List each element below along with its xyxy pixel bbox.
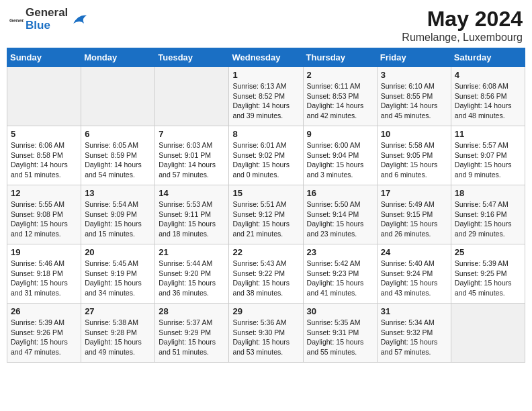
col-wednesday: Wednesday	[229, 48, 303, 67]
day-info: Sunrise: 5:43 AM Sunset: 9:22 PM Dayligh…	[232, 259, 299, 298]
col-saturday: Saturday	[451, 48, 525, 67]
col-sunday: Sunday	[7, 48, 81, 67]
calendar-cell: 23Sunrise: 5:42 AM Sunset: 9:23 PM Dayli…	[303, 244, 377, 304]
calendar-cell: 30Sunrise: 5:35 AM Sunset: 9:31 PM Dayli…	[303, 304, 377, 363]
calendar-cell: 11Sunrise: 5:57 AM Sunset: 9:07 PM Dayli…	[451, 126, 525, 185]
day-info: Sunrise: 6:10 AM Sunset: 8:55 PM Dayligh…	[381, 81, 447, 121]
day-info: Sunrise: 5:49 AM Sunset: 9:15 PM Dayligh…	[381, 199, 447, 239]
logo: General General Blue	[9, 7, 88, 32]
calendar-week-1: 1Sunrise: 6:13 AM Sunset: 8:52 PM Daylig…	[7, 67, 525, 126]
day-number: 29	[232, 306, 299, 316]
calendar-cell: 15Sunrise: 5:51 AM Sunset: 9:12 PM Dayli…	[229, 185, 303, 244]
calendar-cell: 2Sunrise: 6:11 AM Sunset: 8:53 PM Daylig…	[303, 67, 377, 126]
calendar-week-3: 12Sunrise: 5:55 AM Sunset: 9:08 PM Dayli…	[7, 185, 525, 244]
day-number: 14	[159, 188, 225, 198]
day-info: Sunrise: 6:03 AM Sunset: 9:01 PM Dayligh…	[159, 140, 225, 180]
calendar-cell: 7Sunrise: 6:03 AM Sunset: 9:01 PM Daylig…	[155, 126, 229, 185]
day-number: 11	[455, 129, 521, 139]
calendar-cell	[155, 67, 229, 126]
col-friday: Friday	[377, 48, 451, 67]
day-number: 12	[11, 188, 77, 198]
logo-general: General	[26, 7, 68, 19]
calendar-cell: 21Sunrise: 5:44 AM Sunset: 9:20 PM Dayli…	[155, 244, 229, 304]
day-number: 15	[232, 188, 299, 198]
calendar-cell	[7, 67, 81, 126]
calendar-cell: 10Sunrise: 5:58 AM Sunset: 9:05 PM Dayli…	[377, 126, 451, 185]
calendar-cell: 6Sunrise: 6:05 AM Sunset: 8:59 PM Daylig…	[81, 126, 155, 185]
day-info: Sunrise: 5:37 AM Sunset: 9:29 PM Dayligh…	[159, 318, 225, 357]
day-number: 28	[159, 306, 225, 316]
calendar-cell: 4Sunrise: 6:08 AM Sunset: 8:56 PM Daylig…	[451, 67, 525, 126]
calendar-week-2: 5Sunrise: 6:06 AM Sunset: 8:58 PM Daylig…	[7, 126, 525, 185]
calendar-cell: 25Sunrise: 5:39 AM Sunset: 9:25 PM Dayli…	[451, 244, 525, 304]
day-info: Sunrise: 5:34 AM Sunset: 9:32 PM Dayligh…	[381, 318, 447, 357]
day-info: Sunrise: 6:11 AM Sunset: 8:53 PM Dayligh…	[307, 81, 373, 121]
calendar-cell: 27Sunrise: 5:38 AM Sunset: 9:28 PM Dayli…	[81, 304, 155, 363]
calendar-cell: 31Sunrise: 5:34 AM Sunset: 9:32 PM Dayli…	[377, 304, 451, 363]
calendar-week-5: 26Sunrise: 5:39 AM Sunset: 9:26 PM Dayli…	[7, 304, 525, 363]
day-number: 26	[11, 306, 77, 316]
calendar-cell: 17Sunrise: 5:49 AM Sunset: 9:15 PM Dayli…	[377, 185, 451, 244]
calendar-cell: 20Sunrise: 5:45 AM Sunset: 9:19 PM Dayli…	[81, 244, 155, 304]
day-info: Sunrise: 6:13 AM Sunset: 8:52 PM Dayligh…	[232, 81, 299, 121]
day-number: 7	[159, 129, 225, 139]
calendar-cell: 13Sunrise: 5:54 AM Sunset: 9:09 PM Dayli…	[81, 185, 155, 244]
day-number: 10	[381, 129, 447, 139]
day-info: Sunrise: 6:08 AM Sunset: 8:56 PM Dayligh…	[455, 81, 521, 121]
calendar-header: Sunday Monday Tuesday Wednesday Thursday…	[7, 48, 525, 67]
day-number: 17	[381, 188, 447, 198]
day-number: 23	[307, 247, 373, 257]
day-number: 13	[85, 188, 151, 198]
day-info: Sunrise: 5:39 AM Sunset: 9:26 PM Dayligh…	[11, 318, 77, 357]
calendar-cell: 29Sunrise: 5:36 AM Sunset: 9:30 PM Dayli…	[229, 304, 303, 363]
calendar-cell: 26Sunrise: 5:39 AM Sunset: 9:26 PM Dayli…	[7, 304, 81, 363]
calendar-cell	[81, 67, 155, 126]
day-info: Sunrise: 5:39 AM Sunset: 9:25 PM Dayligh…	[455, 259, 521, 298]
day-info: Sunrise: 5:42 AM Sunset: 9:23 PM Dayligh…	[307, 259, 373, 298]
calendar-table: Sunday Monday Tuesday Wednesday Thursday…	[7, 48, 525, 363]
col-thursday: Thursday	[303, 48, 377, 67]
day-info: Sunrise: 5:58 AM Sunset: 9:05 PM Dayligh…	[381, 140, 447, 180]
calendar-cell: 8Sunrise: 6:01 AM Sunset: 9:02 PM Daylig…	[229, 126, 303, 185]
day-info: Sunrise: 5:47 AM Sunset: 9:16 PM Dayligh…	[455, 199, 521, 239]
day-info: Sunrise: 5:46 AM Sunset: 9:18 PM Dayligh…	[11, 259, 77, 298]
calendar-cell: 24Sunrise: 5:40 AM Sunset: 9:24 PM Dayli…	[377, 244, 451, 304]
day-info: Sunrise: 5:38 AM Sunset: 9:28 PM Dayligh…	[85, 318, 151, 357]
calendar-cell: 5Sunrise: 6:06 AM Sunset: 8:58 PM Daylig…	[7, 126, 81, 185]
day-number: 5	[11, 129, 77, 139]
calendar-cell: 1Sunrise: 6:13 AM Sunset: 8:52 PM Daylig…	[229, 67, 303, 126]
calendar-cell: 14Sunrise: 5:53 AM Sunset: 9:11 PM Dayli…	[155, 185, 229, 244]
svg-text:General: General	[9, 17, 24, 23]
day-info: Sunrise: 5:51 AM Sunset: 9:12 PM Dayligh…	[232, 199, 299, 239]
day-number: 3	[381, 70, 447, 80]
logo-bird-icon	[69, 10, 88, 29]
day-number: 16	[307, 188, 373, 198]
header-row: Sunday Monday Tuesday Wednesday Thursday…	[7, 48, 525, 67]
day-info: Sunrise: 6:05 AM Sunset: 8:59 PM Dayligh…	[85, 140, 151, 180]
day-info: Sunrise: 6:06 AM Sunset: 8:58 PM Dayligh…	[11, 140, 77, 180]
day-info: Sunrise: 5:55 AM Sunset: 9:08 PM Dayligh…	[11, 199, 77, 239]
calendar-body: 1Sunrise: 6:13 AM Sunset: 8:52 PM Daylig…	[7, 67, 525, 363]
calendar-cell: 9Sunrise: 6:00 AM Sunset: 9:04 PM Daylig…	[303, 126, 377, 185]
calendar-title: May 2024	[402, 7, 523, 32]
calendar-cell: 28Sunrise: 5:37 AM Sunset: 9:29 PM Dayli…	[155, 304, 229, 363]
day-info: Sunrise: 5:57 AM Sunset: 9:07 PM Dayligh…	[455, 140, 521, 180]
logo-icon: General	[9, 12, 24, 27]
day-info: Sunrise: 5:36 AM Sunset: 9:30 PM Dayligh…	[232, 318, 299, 357]
calendar-cell: 3Sunrise: 6:10 AM Sunset: 8:55 PM Daylig…	[377, 67, 451, 126]
calendar-cell: 12Sunrise: 5:55 AM Sunset: 9:08 PM Dayli…	[7, 185, 81, 244]
col-tuesday: Tuesday	[155, 48, 229, 67]
day-number: 6	[85, 129, 151, 139]
day-number: 24	[381, 247, 447, 257]
day-info: Sunrise: 5:53 AM Sunset: 9:11 PM Dayligh…	[159, 199, 225, 239]
calendar-week-4: 19Sunrise: 5:46 AM Sunset: 9:18 PM Dayli…	[7, 244, 525, 304]
day-info: Sunrise: 5:50 AM Sunset: 9:14 PM Dayligh…	[307, 199, 373, 239]
day-info: Sunrise: 6:00 AM Sunset: 9:04 PM Dayligh…	[307, 140, 373, 180]
day-number: 1	[232, 70, 299, 80]
calendar-cell: 19Sunrise: 5:46 AM Sunset: 9:18 PM Dayli…	[7, 244, 81, 304]
calendar-cell	[451, 304, 525, 363]
day-info: Sunrise: 6:01 AM Sunset: 9:02 PM Dayligh…	[232, 140, 299, 180]
day-info: Sunrise: 5:40 AM Sunset: 9:24 PM Dayligh…	[381, 259, 447, 298]
day-number: 27	[85, 306, 151, 316]
day-number: 22	[232, 247, 299, 257]
